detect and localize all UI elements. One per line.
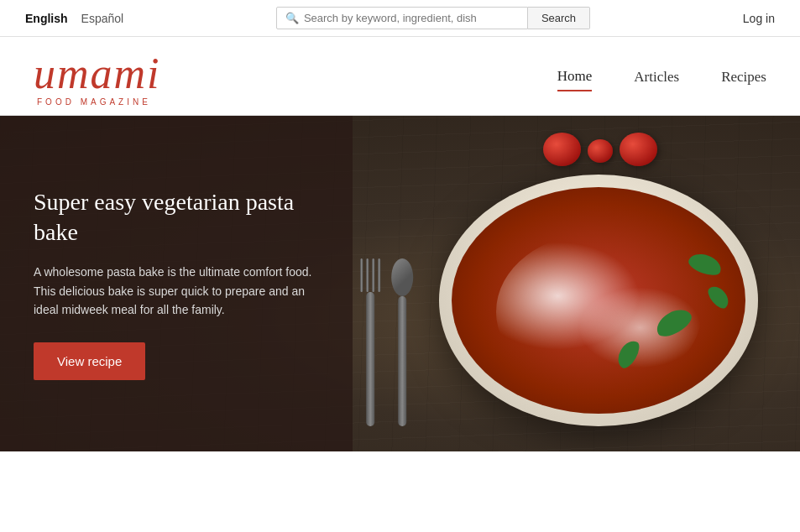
search-bar: 🔍 Search bbox=[276, 7, 590, 29]
nav-recipes[interactable]: Recipes bbox=[721, 69, 766, 91]
hero-title: Super easy vegetarian pasta bake bbox=[34, 187, 319, 248]
logo-subtitle: FOOD MAGAZINE bbox=[37, 97, 151, 107]
lang-espanol[interactable]: Español bbox=[81, 12, 124, 25]
main-nav: Home Articles Recipes bbox=[557, 68, 766, 91]
basil-leaf-4 bbox=[704, 282, 732, 311]
header: umami FOOD MAGAZINE Home Articles Recipe… bbox=[0, 37, 800, 116]
nav-articles[interactable]: Articles bbox=[634, 69, 679, 91]
hero-content-overlay: Super easy vegetarian pasta bake A whole… bbox=[0, 116, 353, 451]
fork-tine-2 bbox=[366, 258, 369, 292]
search-icon: 🔍 bbox=[285, 12, 299, 24]
spoon-icon bbox=[395, 258, 410, 426]
view-recipe-button[interactable]: View recipe bbox=[34, 342, 145, 380]
tomato-2 bbox=[588, 139, 613, 163]
search-input[interactable] bbox=[304, 12, 519, 24]
nav-home[interactable]: Home bbox=[557, 68, 593, 91]
basil-leaf-1 bbox=[652, 304, 695, 341]
search-button[interactable]: Search bbox=[528, 7, 590, 29]
pasta-food bbox=[452, 187, 745, 414]
lang-english[interactable]: English bbox=[25, 12, 68, 25]
tomato-1 bbox=[543, 133, 581, 166]
tomatoes-decoration bbox=[543, 133, 657, 166]
fork-tine-1 bbox=[360, 258, 363, 292]
serving-dish bbox=[439, 175, 758, 426]
fork-handle bbox=[366, 292, 374, 426]
basil-leaf-3 bbox=[614, 337, 643, 371]
fork-icon bbox=[363, 258, 378, 426]
spoon-bowl bbox=[391, 258, 413, 296]
logo[interactable]: umami FOOD MAGAZINE bbox=[34, 52, 161, 107]
hero-description: A wholesome pasta bake is the ultimate c… bbox=[34, 263, 319, 319]
search-wrapper: 🔍 bbox=[276, 7, 528, 29]
utensils bbox=[363, 258, 410, 426]
login-link[interactable]: Log in bbox=[743, 12, 775, 25]
basil-leaf-2 bbox=[686, 250, 724, 279]
spoon-handle bbox=[398, 296, 406, 426]
tomato-3 bbox=[620, 133, 657, 166]
fork-tine-3 bbox=[372, 258, 374, 292]
hero-dish bbox=[405, 133, 758, 443]
language-switcher: English Español bbox=[25, 12, 123, 25]
hero-section: Super easy vegetarian pasta bake A whole… bbox=[0, 116, 800, 451]
top-bar: English Español 🔍 Search Log in bbox=[0, 0, 800, 37]
logo-text: umami bbox=[34, 52, 161, 96]
fork-tine-4 bbox=[378, 258, 380, 292]
